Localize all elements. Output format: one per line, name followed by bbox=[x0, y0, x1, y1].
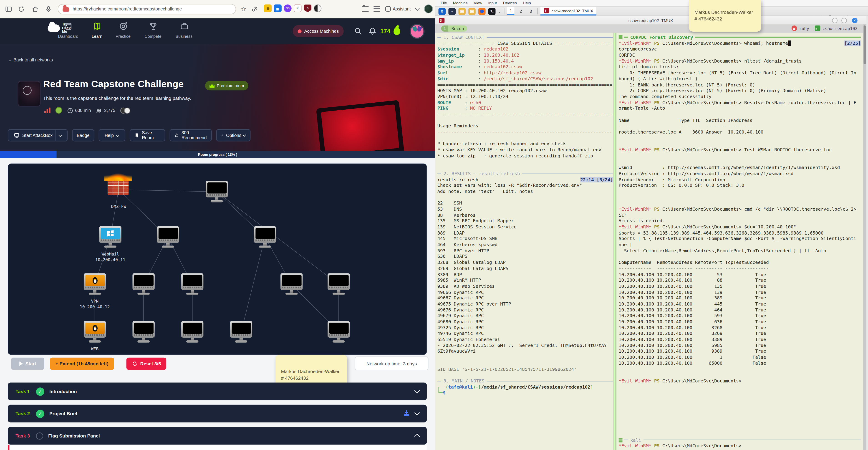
extension-icon-shield-6[interactable]: 6 bbox=[304, 4, 311, 12]
scrollbar-thumb[interactable] bbox=[864, 26, 866, 64]
workspace-1-button[interactable]: 1 bbox=[507, 7, 515, 15]
status-dot bbox=[298, 29, 301, 33]
sliders-icon[interactable] bbox=[362, 6, 368, 11]
network-node-dmz-fw[interactable] bbox=[107, 179, 130, 195]
task-1-header[interactable]: Task 1 ✓ Introduction bbox=[8, 383, 427, 400]
pane-divider[interactable] bbox=[614, 33, 616, 450]
refresh-icon[interactable] bbox=[17, 5, 26, 13]
assistant-button[interactable]: Assistant bbox=[385, 6, 410, 11]
sidebar-toggle-icon[interactable] bbox=[4, 5, 13, 13]
network-node-monitor[interactable] bbox=[157, 226, 179, 248]
download-icon[interactable] bbox=[403, 409, 410, 419]
network-node-monitor[interactable] bbox=[181, 273, 203, 295]
network-node-monitor[interactable] bbox=[181, 321, 203, 342]
play-icon bbox=[19, 361, 23, 366]
menu-view[interactable]: View bbox=[474, 1, 482, 5]
network-node-webmail[interactable] bbox=[99, 226, 121, 248]
network-node-monitor[interactable] bbox=[230, 321, 252, 342]
workspace-app-icon[interactable]: ▪ bbox=[448, 7, 456, 15]
network-diagram-panel[interactable]: DMZ-FWWebMail10.200.40.11VPN10.200.40.12… bbox=[8, 163, 427, 355]
node-label: WebMail10.200.40.11 bbox=[77, 251, 144, 262]
kali-menu-icon[interactable]: ⟠ bbox=[439, 7, 446, 15]
tracking-shield-icon[interactable] bbox=[63, 7, 69, 11]
menu-help[interactable]: Help bbox=[523, 1, 531, 5]
network-start-button[interactable]: Start bbox=[11, 358, 44, 370]
chevron-up-icon[interactable] bbox=[414, 434, 420, 439]
firefox-icon[interactable] bbox=[478, 7, 486, 15]
task-2-header[interactable]: Task 2 ✓ Project Brief bbox=[8, 405, 427, 422]
help-button[interactable]: Help bbox=[99, 129, 125, 142]
url-text[interactable]: https://tryhackme.com/room/redteamcapsto… bbox=[72, 7, 182, 11]
tmux-window-tab[interactable]: 1Recon bbox=[441, 26, 467, 32]
terminal-icon[interactable]: $_ bbox=[488, 7, 496, 15]
dashboard-icon bbox=[56, 22, 80, 32]
network-extend-button[interactable]: + Extend (1h 45min left) bbox=[50, 358, 114, 370]
terminal-dropdown-caret[interactable]: ⌄ bbox=[498, 9, 501, 13]
network-node-monitor[interactable] bbox=[254, 226, 276, 248]
nav-compete[interactable]: Compete bbox=[141, 22, 165, 39]
save-room-button[interactable]: Save Room bbox=[130, 129, 165, 142]
maximize-button[interactable] bbox=[841, 18, 847, 23]
network-node-monitor[interactable] bbox=[328, 321, 350, 342]
hamburger-menu-icon[interactable] bbox=[373, 6, 380, 11]
network-node-monitor[interactable] bbox=[280, 273, 303, 295]
workspace-2-button[interactable]: 2 bbox=[517, 7, 525, 15]
extension-icon-darkmode[interactable] bbox=[314, 4, 321, 12]
chevron-down-icon[interactable] bbox=[415, 6, 420, 10]
menu-machine[interactable]: Machine bbox=[453, 1, 468, 5]
tab-ruby[interactable]: ●ruby bbox=[792, 26, 809, 31]
room-stats-row: 600 min 2,775 bbox=[44, 105, 130, 115]
chevron-down-icon[interactable] bbox=[414, 410, 420, 415]
duration-label: 600 min bbox=[75, 108, 91, 113]
nav-dashboard[interactable]: Dashboard bbox=[56, 22, 80, 39]
back-to-networks-link[interactable]: ← Back to all networks bbox=[8, 58, 53, 63]
terminal-scrollbar[interactable] bbox=[863, 24, 866, 450]
task-3-header[interactable]: Task 3 Flag Submission Panel bbox=[8, 427, 427, 445]
terminal-titlebar[interactable]: $_ csaw-redcap102_TMUX ✕ bbox=[435, 16, 866, 25]
taskbar-app-button[interactable]: $_ csaw-redcap102_TMUX bbox=[540, 7, 596, 15]
tmux-app-icon: $_ bbox=[544, 8, 549, 13]
extension-icon-k[interactable]: K bbox=[294, 4, 302, 12]
network-node-monitor[interactable] bbox=[328, 273, 350, 295]
workspace-3-button[interactable]: 3 bbox=[527, 7, 534, 15]
corpdc-pane[interactable]: CORPDC Forest Discovery*Evil-WinRM* PS C… bbox=[618, 34, 861, 449]
recon-pane[interactable]: 1. CSAW CONTEXT===================== CSA… bbox=[437, 34, 613, 449]
menu-devices[interactable]: Devices bbox=[503, 1, 517, 5]
network-reset-button[interactable]: Reset 3/5 bbox=[126, 358, 166, 370]
microphone-icon[interactable] bbox=[44, 5, 53, 13]
extension-icon-purple-30[interactable]: 30 bbox=[284, 4, 291, 12]
home-icon[interactable] bbox=[31, 5, 39, 13]
recommend-button[interactable]: 300 Recommend bbox=[170, 129, 212, 142]
folder-icon[interactable]: ▤ bbox=[468, 7, 476, 15]
url-bar[interactable]: https://tryhackme.com/room/redteamcapsto… bbox=[58, 4, 236, 14]
nav-learn[interactable]: Learn bbox=[85, 22, 109, 39]
points-counter[interactable]: 174 bbox=[380, 28, 391, 34]
menu-file[interactable]: File bbox=[441, 1, 447, 5]
extension-icon-yellow[interactable] bbox=[264, 4, 272, 12]
chevron-down-icon[interactable] bbox=[414, 388, 420, 393]
network-node-vpn[interactable] bbox=[84, 273, 106, 295]
bell-icon[interactable] bbox=[369, 27, 377, 35]
network-node-monitor[interactable] bbox=[132, 273, 154, 295]
browser-profile-avatar[interactable] bbox=[424, 4, 433, 13]
minimize-button[interactable] bbox=[832, 18, 838, 23]
badge-button[interactable]: Badge bbox=[72, 129, 94, 142]
user-avatar[interactable] bbox=[410, 24, 425, 39]
close-button[interactable]: ✕ bbox=[852, 18, 857, 23]
network-node-monitor[interactable] bbox=[206, 181, 228, 202]
search-icon[interactable] bbox=[354, 27, 363, 35]
bookmark-star-icon[interactable]: ☆ bbox=[240, 5, 248, 13]
vm-menubar: File Machine View Input Devices Help bbox=[435, 0, 868, 7]
network-node-web[interactable] bbox=[84, 321, 106, 342]
folder-icon[interactable]: ▤ bbox=[458, 7, 466, 15]
options-button[interactable]: Options bbox=[216, 129, 250, 142]
access-machines-button[interactable]: Access Machines bbox=[293, 25, 344, 37]
extension-icon-blue[interactable]: ▣ bbox=[274, 4, 282, 12]
start-attackbox-button[interactable]: Start AttackBox bbox=[8, 129, 67, 142]
menu-input[interactable]: Input bbox=[488, 1, 497, 5]
tab-csaw-redcap102[interactable]: >_csaw-redcap102 bbox=[815, 26, 858, 31]
network-node-monitor[interactable] bbox=[132, 321, 154, 342]
link-icon[interactable] bbox=[250, 5, 259, 13]
nav-business[interactable]: Business bbox=[172, 22, 196, 39]
nav-practice[interactable]: Practice bbox=[111, 22, 135, 39]
